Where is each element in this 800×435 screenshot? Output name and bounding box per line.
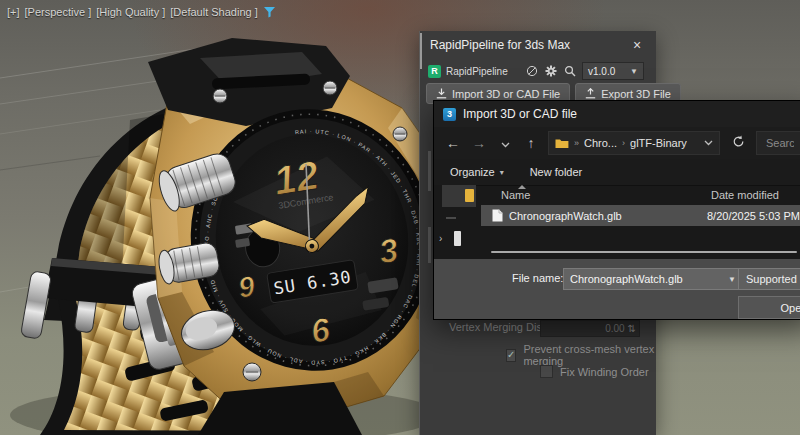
dialog-navbar: ← → ↑ » Chro... › glTF-Binary <box>434 127 800 159</box>
file-icon <box>492 209 503 222</box>
buckle-side-piece <box>20 271 51 339</box>
column-header-date[interactable]: Date modified <box>711 189 779 201</box>
fix-winding-label: Fix Winding Order <box>560 366 649 378</box>
search-icon[interactable] <box>563 64 577 78</box>
export-3d-label: Export 3D File <box>601 88 671 100</box>
viewport-menu-general[interactable]: [+] <box>7 6 20 18</box>
organize-caret-icon: ▾ <box>500 168 504 177</box>
breadcrumb-parent[interactable]: Chro... <box>584 137 617 149</box>
back-icon[interactable]: ← <box>444 135 462 151</box>
organize-menu[interactable]: Organize ▾ <box>450 166 504 178</box>
drive-icon[interactable] <box>454 231 461 246</box>
max-viewport: RAI · UTC · LON · PAR · ATH · JED · THR … <box>0 0 800 435</box>
watch-3d-model[interactable]: RAI · UTC · LON · PAR · ATH · JED · THR … <box>0 0 470 435</box>
tree-expand-icon[interactable]: › <box>439 233 442 244</box>
search-box[interactable] <box>756 131 800 155</box>
fix-winding-checkbox[interactable] <box>540 365 553 378</box>
tree-divider <box>446 217 456 219</box>
theme-toggle-icon[interactable] <box>525 64 539 78</box>
folder-icon-small <box>465 189 474 202</box>
forward-icon[interactable]: → <box>470 135 488 151</box>
rollout-edge <box>428 151 431 191</box>
viewport-menu-pov[interactable]: [Perspective ] <box>25 6 92 18</box>
viewport-label: [+] [Perspective ] [High Quality ] [Defa… <box>7 6 276 18</box>
prevent-merge-label: Prevent cross-mesh vertex merging <box>523 343 656 367</box>
up-icon[interactable]: ↑ <box>522 135 540 151</box>
chevron-right-icon: › <box>622 138 625 148</box>
rapidpipeline-titlebar[interactable]: RapidPipeline for 3ds Max × <box>420 31 656 59</box>
version-dropdown[interactable]: v1.0.0 ▼ <box>582 62 644 80</box>
dialog-nav-pane: › <box>434 185 476 259</box>
chevron-down-icon: ▼ <box>630 67 638 76</box>
breadcrumb-dropdown-icon[interactable] <box>704 140 713 146</box>
dialog-titlebar[interactable]: 3 Import 3D or CAD file <box>434 101 800 127</box>
numeral-12: 12 <box>271 153 322 203</box>
horizontal-scrollbar[interactable] <box>491 251 797 253</box>
download-icon <box>436 88 447 99</box>
file-name-value: ChronographWatch.glb <box>570 273 728 285</box>
dialog-command-bar: Organize ▾ New folder <box>434 159 800 186</box>
fix-winding-row: Fix Winding Order <box>540 365 649 378</box>
upload-icon <box>585 88 596 99</box>
viewport-menu-shading[interactable]: [Default Shading ] <box>170 6 257 18</box>
version-value: v1.0.0 <box>588 66 615 77</box>
dialog-footer: File name: ChronographWatch.glb ▼ Suppor… <box>434 259 800 319</box>
search-input[interactable] <box>764 136 796 150</box>
new-folder-button[interactable]: New folder <box>530 166 583 178</box>
breadcrumb-current[interactable]: glTF-Binary <box>630 137 699 149</box>
recent-locations-icon[interactable] <box>496 135 514 151</box>
rapidpipeline-logo: R <box>428 65 441 78</box>
spinner-icon[interactable]: ⇅ <box>628 323 636 334</box>
open-button[interactable]: Open <box>738 296 800 319</box>
file-name-caret-icon: ▼ <box>728 275 736 284</box>
tree-item-selected[interactable] <box>442 185 476 207</box>
rollout-edge-2 <box>428 227 431 263</box>
open-button-label: Open <box>781 302 800 314</box>
file-name: ChronographWatch.glb <box>509 210 701 222</box>
column-header-name[interactable]: Name <box>501 189 530 201</box>
rapidpipeline-title: RapidPipeline for 3ds Max <box>430 38 628 52</box>
file-type-value: Supported Forma <box>746 273 800 285</box>
dialog-title: Import 3D or CAD file <box>463 107 577 121</box>
prevent-merge-row: ✓ Prevent cross-mesh vertex merging <box>506 343 656 367</box>
viewport-menu-quality[interactable]: [High Quality ] <box>96 6 165 18</box>
refresh-icon[interactable] <box>728 134 748 152</box>
rapidpipeline-brand: RapidPipeline <box>446 66 520 77</box>
import-file-dialog: 3 Import 3D or CAD file ← → ↑ » Chro... … <box>433 100 800 320</box>
file-row-selected[interactable]: ChronographWatch.glb 8/20/2025 5:03 PM <box>481 205 800 226</box>
3dsmax-app-icon: 3 <box>443 108 456 121</box>
prevent-merge-checkbox[interactable]: ✓ <box>506 349 516 362</box>
organize-label: Organize <box>450 166 495 178</box>
file-name-label: File name: <box>512 272 563 284</box>
viewport-filter-icon[interactable] <box>263 6 276 18</box>
sort-ascending-icon <box>518 185 526 189</box>
import-3d-label: Import 3D or CAD File <box>452 88 560 100</box>
folder-icon <box>555 138 569 149</box>
close-icon[interactable]: × <box>628 37 646 53</box>
new-folder-label: New folder <box>530 166 583 178</box>
gear-icon[interactable] <box>544 64 558 78</box>
file-date-modified: 8/20/2025 5:03 PM <box>707 210 800 222</box>
vertex-merging-value: 0.00 <box>605 323 624 334</box>
breadcrumb[interactable]: » Chro... › glTF-Binary <box>548 131 720 155</box>
rapidpipeline-toolbar: R RapidPipeline v1.0.0 ▼ <box>420 61 652 81</box>
file-type-combobox[interactable]: Supported Forma <box>738 268 800 290</box>
file-name-combobox[interactable]: ChronographWatch.glb ▼ <box>563 268 743 290</box>
breadcrumb-sep-icon: » <box>574 138 579 148</box>
vertex-merging-field[interactable]: 0.00 ⇅ <box>540 320 640 337</box>
